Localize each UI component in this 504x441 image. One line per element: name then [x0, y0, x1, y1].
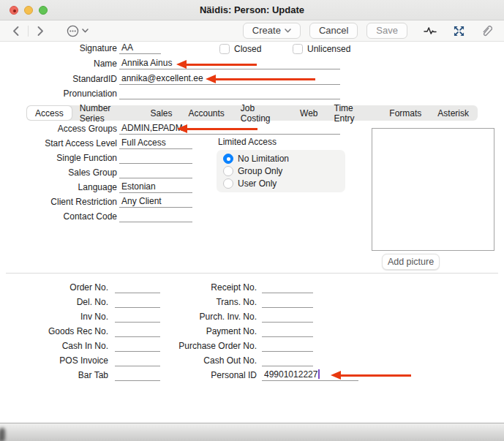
attachments-button[interactable] — [478, 23, 495, 38]
save-button-label: Save — [376, 25, 398, 36]
trans-no-field[interactable] — [262, 306, 313, 308]
close-button[interactable] — [10, 6, 18, 15]
shadow-artifact — [0, 428, 5, 441]
signature-value: AA — [121, 42, 133, 53]
start-access-level-value: Full Access — [121, 137, 166, 148]
tab-sales[interactable]: Sales — [142, 106, 180, 120]
user-only-label: User Only — [238, 178, 277, 189]
activity-pulse-icon — [424, 26, 437, 36]
tab-number-series[interactable]: Number Series — [72, 106, 143, 120]
section-divider — [6, 273, 498, 274]
purchase-order-no-label: Purchase Order No. — [132, 341, 257, 352]
limited-access-title: Limited Access — [218, 137, 277, 147]
fullscreen-button[interactable] — [39, 6, 48, 15]
cancel-button[interactable]: Cancel — [309, 23, 358, 39]
standardid-label: StandardID — [7, 74, 117, 85]
radio-user-only[interactable]: User Only — [223, 178, 339, 189]
tab-access[interactable]: Access — [27, 106, 72, 120]
personal-id-value: 49901012227 — [264, 369, 317, 380]
signature-label: Signature — [7, 43, 117, 54]
inv-no-label: Inv No. — [7, 312, 108, 323]
limited-access-group: No Limitation Group Only User Only — [217, 150, 345, 192]
closed-label: Closed — [234, 44, 261, 54]
single-function-label: Single Function — [7, 153, 117, 164]
pronunciation-label: Pronunciation — [7, 88, 117, 99]
expand-arrows-icon — [454, 26, 464, 37]
toolbar: Create Cancel Save — [0, 20, 504, 42]
create-button-label: Create — [252, 25, 281, 36]
sales-group-field[interactable] — [119, 177, 192, 178]
more-options-menu[interactable] — [64, 23, 91, 39]
radio-group-only[interactable]: Group Only — [223, 166, 339, 176]
payment-no-field[interactable] — [262, 336, 313, 337]
closed-checkbox[interactable] — [219, 44, 230, 54]
tab-web[interactable]: Web — [292, 106, 326, 120]
ellipsis-circle-icon — [67, 25, 79, 37]
language-value: Estonian — [121, 181, 156, 192]
trans-no-label: Trans. No. — [132, 297, 257, 308]
unlicensed-checkbox[interactable] — [293, 44, 303, 54]
cancel-button-label: Cancel — [319, 25, 348, 36]
radio-selected-icon — [223, 154, 233, 164]
tab-bar: Access Number Series Sales Accounts Job … — [26, 105, 478, 121]
picture-placeholder[interactable] — [372, 128, 494, 251]
tab-accounts[interactable]: Accounts — [180, 106, 232, 120]
annotation-arrow-name — [176, 60, 257, 69]
traffic-lights — [10, 6, 48, 15]
window-title: Näidis: Person: Update — [0, 4, 504, 15]
paperclip-icon — [481, 25, 492, 37]
name-value: Annika Ainus — [121, 58, 172, 68]
order-no-label: Order No. — [7, 282, 108, 293]
toolbar-separator — [28, 26, 29, 37]
expand-button[interactable] — [451, 24, 467, 38]
language-label: Language — [7, 182, 117, 193]
closed-checkbox-row: Closed — [219, 44, 261, 54]
chevron-down-icon — [82, 29, 89, 33]
cash-in-no-label: Cash In No. — [7, 341, 108, 352]
tab-asterisk[interactable]: Asterisk — [429, 106, 477, 120]
access-groups-value: ADMIN,EPADM — [121, 123, 183, 133]
chevron-left-icon — [12, 26, 20, 37]
contact-code-label: Contact Code — [7, 211, 117, 222]
personal-id-label: Personal ID — [132, 370, 257, 381]
add-picture-button[interactable]: Add picture — [382, 254, 440, 270]
minimize-button[interactable] — [24, 6, 33, 15]
create-button[interactable]: Create — [243, 23, 301, 39]
client-restriction-field[interactable]: Any Client — [119, 196, 192, 208]
group-only-label: Group Only — [238, 166, 282, 176]
annotation-arrow-standardid — [206, 75, 315, 83]
activity-button[interactable] — [421, 24, 440, 37]
tab-job-costing[interactable]: Job Costing — [233, 106, 292, 120]
name-label: Name — [7, 59, 117, 69]
tab-time-entry[interactable]: Time Entry — [326, 106, 382, 120]
sales-group-label: Sales Group — [7, 167, 117, 178]
client-restriction-value: Any Client — [121, 196, 162, 206]
tab-formats[interactable]: Formats — [381, 106, 429, 120]
goods-rec-no-label: Goods Rec No. — [7, 326, 108, 337]
desktop-strip — [0, 423, 504, 441]
language-field[interactable]: Estonian — [119, 181, 192, 193]
unlicensed-label: Unlicensed — [307, 44, 350, 54]
start-access-level-label: Start Access Level — [7, 138, 117, 149]
pos-invoice-label: POS Invoice — [7, 355, 108, 366]
purch-inv-no-label: Purch. Inv. No. — [132, 312, 257, 323]
cash-out-no-field[interactable] — [262, 365, 313, 366]
radio-unselected-icon — [223, 166, 233, 176]
contact-code-field[interactable] — [119, 221, 192, 222]
receipt-no-field[interactable] — [262, 292, 313, 293]
signature-field[interactable]: AA — [119, 42, 161, 54]
bar-tab-label: Bar Tab — [7, 370, 108, 381]
start-access-level-field[interactable]: Full Access — [119, 137, 192, 149]
forward-button[interactable] — [34, 24, 48, 38]
pronunciation-field[interactable] — [119, 98, 340, 99]
unlicensed-checkbox-row: Unlicensed — [293, 44, 350, 54]
save-button[interactable]: Save — [366, 23, 407, 39]
app-window: Näidis: Person: Update — [0, 0, 504, 441]
single-function-field[interactable] — [119, 162, 192, 164]
purchase-order-no-field[interactable] — [262, 350, 313, 352]
radio-no-limitation[interactable]: No Limitation — [223, 154, 339, 164]
back-button[interactable] — [9, 24, 23, 38]
purch-inv-no-field[interactable] — [262, 321, 313, 323]
titlebar: Näidis: Person: Update — [0, 0, 504, 20]
chevron-right-icon — [37, 26, 45, 37]
